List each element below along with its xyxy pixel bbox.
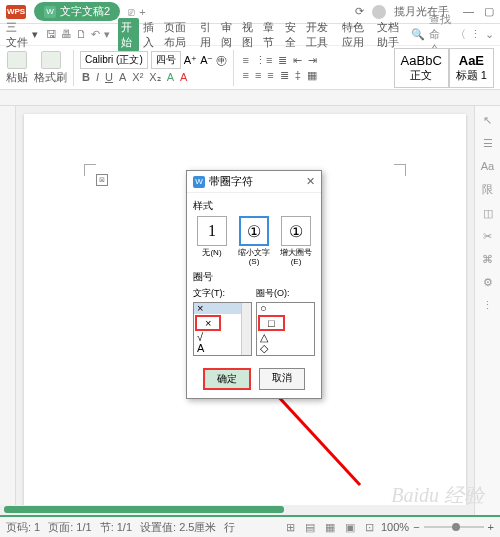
- preview-icon[interactable]: 🗋: [76, 28, 87, 41]
- style-glyph: 1: [197, 216, 227, 246]
- collapse-icon[interactable]: 〈: [455, 27, 466, 42]
- align-icon[interactable]: ≣: [276, 54, 289, 67]
- font-name-select[interactable]: Calibri (正文): [80, 51, 148, 69]
- underline-button[interactable]: U: [103, 71, 115, 84]
- enclose-char-icon[interactable]: ㊥: [216, 53, 227, 68]
- align-left-icon[interactable]: ≡: [240, 69, 250, 82]
- tab-device-icon[interactable]: ⎚: [128, 6, 135, 18]
- zoom-thumb[interactable]: [452, 523, 460, 531]
- tab-add-icon[interactable]: +: [139, 6, 145, 18]
- super-button[interactable]: X²: [130, 71, 145, 84]
- text-list[interactable]: × × √ A a: [193, 302, 252, 356]
- list-item[interactable]: ○: [257, 303, 314, 314]
- indent-r-icon[interactable]: ⇥: [306, 54, 319, 67]
- right-sidebar: ↖ ☰ Aa 限 ◫ ✂ ⌘ ⚙ ⋮: [474, 106, 500, 516]
- tab-review[interactable]: 审阅: [218, 18, 238, 52]
- undo-icon[interactable]: ↶: [91, 28, 100, 41]
- tab-insert[interactable]: 插入: [140, 18, 160, 52]
- clip-icon[interactable]: ✂: [483, 230, 492, 243]
- align-right-icon[interactable]: ≡: [265, 69, 275, 82]
- justify-icon[interactable]: ≣: [278, 69, 291, 82]
- document-tab[interactable]: W 文字文稿2: [34, 2, 120, 21]
- style-preview: AaBbC: [401, 53, 442, 68]
- shading-icon[interactable]: ▦: [305, 69, 319, 82]
- tab-section[interactable]: 章节: [260, 18, 280, 52]
- paste-group[interactable]: 粘贴: [6, 51, 28, 85]
- tab-layout[interactable]: 页面布局: [161, 18, 196, 52]
- shrink-font-icon[interactable]: A⁻: [200, 54, 213, 67]
- brush-icon: [41, 51, 61, 69]
- italic-button[interactable]: I: [94, 71, 101, 84]
- user-avatar[interactable]: [372, 5, 386, 19]
- zoom-out-icon[interactable]: −: [413, 521, 419, 533]
- style-shrink[interactable]: ① 缩小文字(S): [235, 216, 273, 266]
- horizontal-scrollbar[interactable]: [0, 505, 474, 515]
- cancel-button[interactable]: 取消: [259, 368, 305, 390]
- cloud-icon[interactable]: ⟳: [355, 5, 364, 18]
- numbering-icon[interactable]: ⋮≡: [253, 54, 274, 67]
- nav-icon[interactable]: ☰: [483, 137, 493, 150]
- zoom-level[interactable]: 100%: [381, 521, 409, 533]
- redo-icon[interactable]: ▾: [104, 28, 110, 41]
- zoom-slider[interactable]: [424, 526, 484, 528]
- search-icon[interactable]: 🔍: [411, 28, 425, 41]
- align-center-icon[interactable]: ≡: [253, 69, 263, 82]
- horizontal-ruler[interactable]: [0, 90, 500, 106]
- scroll-thumb[interactable]: [4, 506, 284, 513]
- view-mode-icon[interactable]: ▦: [322, 520, 338, 535]
- brush-label: 格式刷: [34, 70, 67, 85]
- tab-special[interactable]: 特色应用: [339, 18, 374, 52]
- tab-view[interactable]: 视图: [239, 18, 259, 52]
- sub-button[interactable]: X₂: [147, 71, 162, 84]
- shape-icon[interactable]: ◫: [483, 207, 493, 220]
- tab-security[interactable]: 安全: [282, 18, 302, 52]
- tab-dochelper[interactable]: 文档助手: [374, 18, 409, 52]
- highlight-button[interactable]: A: [165, 71, 176, 84]
- paste-label: 粘贴: [6, 70, 28, 85]
- settings-icon[interactable]: ⚙: [483, 276, 493, 289]
- list-item[interactable]: ×: [195, 315, 221, 331]
- text-list-label: 文字(T):: [193, 287, 252, 300]
- style-preview: AaE: [456, 53, 487, 68]
- save-icon[interactable]: 🖫: [46, 28, 57, 41]
- tab-home[interactable]: 开始: [118, 18, 138, 52]
- style-enlarge[interactable]: ① 增大圈号(E): [277, 216, 315, 266]
- bullets-icon[interactable]: ≡: [240, 54, 250, 67]
- style-pane-icon[interactable]: Aa: [481, 160, 494, 172]
- help-icon[interactable]: ⋮: [470, 28, 481, 41]
- view-mode-icon[interactable]: ▣: [342, 520, 358, 535]
- style-none[interactable]: 1 无(N): [193, 216, 231, 266]
- file-menu[interactable]: 三 文件▾: [6, 20, 38, 50]
- list-item[interactable]: □: [258, 315, 285, 331]
- select-tool-icon[interactable]: ↖: [483, 114, 492, 127]
- list-item[interactable]: ◇: [257, 343, 314, 354]
- vertical-ruler[interactable]: [0, 106, 16, 516]
- grow-font-icon[interactable]: A⁺: [184, 54, 197, 67]
- view-mode-icon[interactable]: ⊞: [283, 520, 298, 535]
- zoom-in-icon[interactable]: +: [488, 521, 494, 533]
- scrollbar[interactable]: [241, 303, 251, 355]
- caret-icon[interactable]: ⌄: [485, 28, 494, 41]
- print-icon[interactable]: 🖶: [61, 28, 72, 41]
- indent-l-icon[interactable]: ⇤: [291, 54, 304, 67]
- line-spacing-icon[interactable]: ‡: [293, 69, 303, 82]
- ring-list[interactable]: ○ □ △ ◇: [256, 302, 315, 356]
- font-size-select[interactable]: 四号: [151, 51, 181, 69]
- ok-button[interactable]: 确定: [203, 368, 251, 390]
- font-color-button[interactable]: A: [178, 71, 189, 84]
- dialog-icon: W: [193, 176, 205, 188]
- link-icon[interactable]: ⌘: [482, 253, 493, 266]
- view-mode-icon[interactable]: ▤: [302, 520, 318, 535]
- bold-button[interactable]: B: [80, 71, 92, 84]
- style-label: 正文: [401, 68, 442, 83]
- limit-icon[interactable]: 限: [482, 182, 493, 197]
- view-mode-icon[interactable]: ⊡: [362, 520, 377, 535]
- tab-ref[interactable]: 引用: [197, 18, 217, 52]
- tab-dev[interactable]: 开发工具: [303, 18, 338, 52]
- style-normal[interactable]: AaBbC 正文: [394, 48, 449, 88]
- close-icon[interactable]: ✕: [306, 175, 315, 188]
- format-brush-group[interactable]: 格式刷: [34, 51, 67, 85]
- style-heading1[interactable]: AaE 标题 1: [449, 48, 494, 88]
- strike-button[interactable]: A: [117, 71, 128, 84]
- more-icon[interactable]: ⋮: [482, 299, 493, 312]
